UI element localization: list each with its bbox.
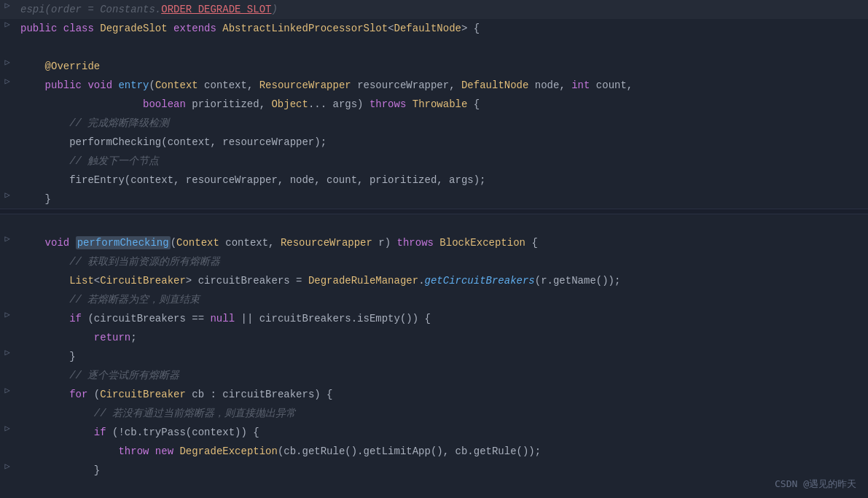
line-0: ▷ espi(order = Constants.ORDER_DEGRADE_S… [0,0,868,19]
line-2 [0,38,868,57]
line-11 [0,214,868,233]
gutter-20: ▷ [0,385,15,396]
line-3: ▷ @Override [0,57,868,76]
code-line-12: void performChecking(Context context, Re… [15,233,868,252]
gutter-24: ▷ [0,461,15,472]
line-17: return; [0,328,868,347]
arrow-icon-1: ▷ [4,19,9,30]
line-16: ▷ if (circuitBreakers == null || circuit… [0,309,868,328]
line-9: fireEntry(context, resourceWrapper, node… [0,171,868,190]
line-12: ▷ void performChecking(Context context, … [0,233,868,252]
arrow-icon-22: ▷ [4,423,9,434]
gutter-18: ▷ [0,347,15,358]
line-25 [0,480,868,498]
code-line-3: @Override [15,57,868,76]
code-line-25 [15,480,868,498]
code-line-15: // 若熔断器为空，则直结束 [15,290,868,309]
line-8: // 触发下一个节点 [0,152,868,171]
code-line-6: // 完成熔断降级检测 [15,114,868,133]
code-line-8: // 触发下一个节点 [15,152,868,171]
line-24: ▷ } [0,461,868,480]
line-10: ▷ } [0,190,868,209]
line-5: boolean prioritized, Object... args) thr… [0,95,868,114]
line-21: // 若没有通过当前熔断器，则直接抛出异常 [0,404,868,423]
gutter-22: ▷ [0,423,15,434]
code-line-4: public void entry(Context context, Resou… [15,76,868,95]
code-line-9: fireEntry(context, resourceWrapper, node… [15,171,868,190]
code-line-19: // 逐个尝试所有熔断器 [15,366,868,385]
arrow-icon-0: ▷ [4,0,9,11]
section-divider [0,209,868,214]
line-13: // 获取到当前资源的所有熔断器 [0,252,868,271]
code-line-1: public class DegradeSlot extends Abstrac… [15,19,868,38]
arrow-icon-20: ▷ [4,385,9,396]
code-editor: ▷ espi(order = Constants.ORDER_DEGRADE_S… [0,0,868,498]
gutter-1: ▷ [0,19,15,30]
line-22: ▷ if (!cb.tryPass(context)) { [0,423,868,442]
line-4: ▷ public void entry(Context context, Res… [0,76,868,95]
code-line-22: if (!cb.tryPass(context)) { [15,423,868,442]
code-line-11 [15,214,868,233]
code-line-5: boolean prioritized, Object... args) thr… [15,95,868,114]
line-6: // 完成熔断降级检测 [0,114,868,133]
arrow-icon-3: ▷ [4,57,9,68]
arrow-icon-12: ▷ [4,233,9,244]
code-line-10: } [15,190,868,209]
watermark: CSDN @遇见的昨天 [775,478,856,491]
line-14: List<CircuitBreaker> circuitBreakers = D… [0,271,868,290]
code-line-17: return; [15,328,868,347]
arrow-icon-10: ▷ [4,190,9,201]
code-line-18: } [15,347,868,366]
code-line-7: performChecking(context, resourceWrapper… [15,133,868,152]
line-7: performChecking(context, resourceWrapper… [0,133,868,152]
code-line-16: if (circuitBreakers == null || circuitBr… [15,309,868,328]
gutter-4: ▷ [0,76,15,87]
code-line-21: // 若没有通过当前熔断器，则直接抛出异常 [15,404,868,423]
line-15: // 若熔断器为空，则直结束 [0,290,868,309]
code-line-2 [15,38,868,57]
code-line-14: List<CircuitBreaker> circuitBreakers = D… [15,271,868,290]
code-line-0: espi(order = Constants.ORDER_DEGRADE_SLO… [15,0,868,19]
gutter-12: ▷ [0,233,15,244]
line-23: throw new DegradeException(cb.getRule().… [0,442,868,461]
code-area: ▷ espi(order = Constants.ORDER_DEGRADE_S… [0,0,868,498]
arrow-icon-16: ▷ [4,309,9,320]
line-19: // 逐个尝试所有熔断器 [0,366,868,385]
code-line-20: for (CircuitBreaker cb : circuitBreakers… [15,385,868,404]
code-line-23: throw new DegradeException(cb.getRule().… [15,442,868,461]
arrow-icon-18: ▷ [4,347,9,358]
gutter-0: ▷ [0,0,15,11]
line-1: ▷ public class DegradeSlot extends Abstr… [0,19,868,38]
arrow-icon-24: ▷ [4,461,9,472]
code-line-24: } [15,461,868,480]
line-18: ▷ } [0,347,868,366]
gutter-16: ▷ [0,309,15,320]
code-line-13: // 获取到当前资源的所有熔断器 [15,252,868,271]
gutter-10: ▷ [0,190,15,201]
arrow-icon-4: ▷ [4,76,9,87]
line-20: ▷ for (CircuitBreaker cb : circuitBreake… [0,385,868,404]
gutter-3: ▷ [0,57,15,68]
